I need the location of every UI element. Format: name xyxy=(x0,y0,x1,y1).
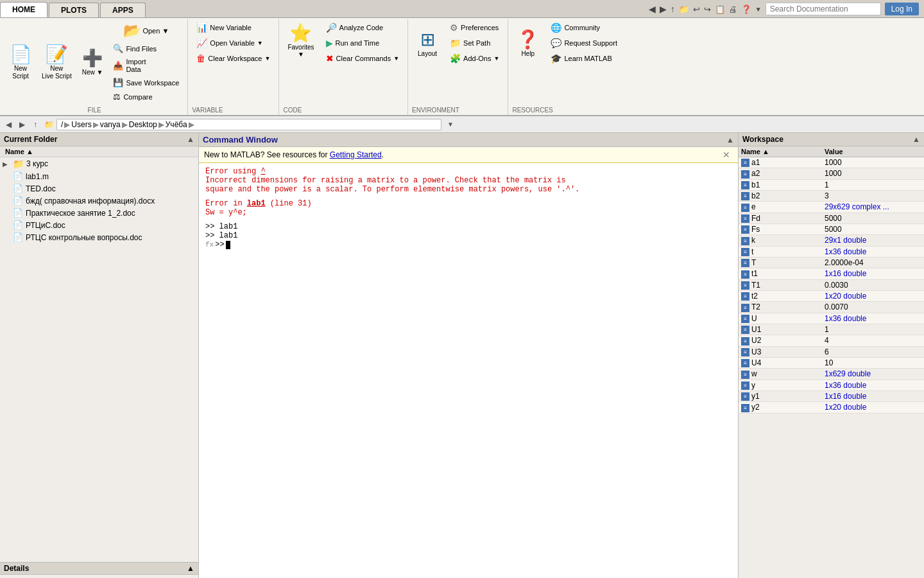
addr-up-btn[interactable]: ↑ xyxy=(30,119,41,130)
new-script-button[interactable]: 📄 NewScript xyxy=(5,21,36,103)
workspace-row[interactable]: ≡t 1x36 double xyxy=(739,246,924,257)
workspace-row[interactable]: ≡y1 1x16 double xyxy=(739,390,924,401)
addr-forward-btn[interactable]: ▶ xyxy=(16,119,28,130)
workspace-row[interactable]: ≡Fd 5000 xyxy=(739,213,924,223)
notice-close-btn[interactable]: ✕ xyxy=(720,150,733,160)
var-icon: ≡ xyxy=(741,259,749,267)
file-rtcs-kv[interactable]: 📄 РТЦС контрольные вопросы.doc xyxy=(0,231,198,243)
addr-dropdown-btn[interactable]: ▼ xyxy=(445,119,456,130)
getting-started-link[interactable]: Getting Started xyxy=(330,150,382,159)
workspace-row[interactable]: ≡b2 3 xyxy=(739,190,924,201)
open-button[interactable]: 📂 Open ▼ xyxy=(108,21,184,41)
nav-back-icon[interactable]: ◀ xyxy=(649,4,656,14)
clear-workspace-label: Clear Workspace xyxy=(208,55,262,62)
addr-browse-btn[interactable]: 📁 xyxy=(43,119,55,130)
preferences-button[interactable]: ⚙ Preferences xyxy=(445,21,504,35)
login-button[interactable]: Log In xyxy=(885,3,919,15)
help-button[interactable]: ❓ Help xyxy=(512,21,543,66)
prompt-line[interactable]: fx >> xyxy=(205,240,732,249)
nav-dropdown-icon[interactable]: ▼ xyxy=(755,6,762,13)
workspace-row[interactable]: ≡T2 0.0070 xyxy=(739,302,924,313)
analyze-code-button[interactable]: 🔎 Analyze Code xyxy=(321,21,404,35)
clear-commands-button[interactable]: ✖ Clear Commands ▼ xyxy=(321,51,404,66)
ws-col-value[interactable]: Value xyxy=(822,146,924,157)
workspace-row[interactable]: ≡U2 4 xyxy=(739,335,924,346)
workspace-row[interactable]: ≡U3 6 xyxy=(739,346,924,357)
file-rtcis[interactable]: 📄 РТЦиС.doc xyxy=(0,219,198,231)
folder-3kurs[interactable]: ▶ 📁 3 курс xyxy=(0,157,198,170)
new-button[interactable]: ➕ New ▼ xyxy=(78,21,108,103)
nav-browse-icon[interactable]: 📁 xyxy=(679,4,689,14)
tab-plots[interactable]: PLOTS xyxy=(49,3,99,17)
layout-button[interactable]: ⊞ Layout xyxy=(412,21,443,66)
workspace-row[interactable]: ≡U 1x36 double xyxy=(739,313,924,324)
file-ted[interactable]: 📄 TED.doc xyxy=(0,182,198,195)
file-prac[interactable]: 📄 Практическое занятие 1_2.doc xyxy=(0,207,198,219)
workspace-row[interactable]: ≡a2 1000 xyxy=(739,168,924,179)
cmd-expand-icon[interactable]: ▲ xyxy=(726,136,734,144)
request-support-button[interactable]: 💬 Request Support xyxy=(546,36,622,50)
import-data-button[interactable]: 📥 ImportData xyxy=(108,56,184,75)
ws-var-value: 1 xyxy=(822,324,924,335)
var-icon: ≡ xyxy=(741,337,749,346)
tab-apps[interactable]: APPS xyxy=(100,3,146,17)
path-desktop[interactable]: Desktop xyxy=(129,120,157,129)
details-collapse-icon[interactable]: ▲ xyxy=(187,564,194,573)
var-icon: ≡ xyxy=(741,371,749,379)
nav-docs-icon[interactable]: 📋 xyxy=(715,4,725,14)
nav-forward-icon[interactable]: ▶ xyxy=(660,4,667,14)
workspace-row[interactable]: ≡k 29x1 double xyxy=(739,235,924,246)
workspace-row[interactable]: ≡t2 1x20 double xyxy=(739,290,924,301)
workspace-row[interactable]: ≡b1 1 xyxy=(739,179,924,190)
addr-back-btn[interactable]: ◀ xyxy=(3,119,14,130)
workspace-row[interactable]: ≡y 1x36 double xyxy=(739,380,924,390)
command-body[interactable]: Error using ^ Incorrect dimensions for r… xyxy=(199,163,738,578)
workspace-row[interactable]: ≡t1 1x16 double xyxy=(739,268,924,279)
path-vanya[interactable]: vanya xyxy=(100,120,121,129)
community-button[interactable]: 🌐 Community xyxy=(546,21,622,35)
left-panel-expand-icon[interactable]: ▲ xyxy=(187,135,194,144)
save-workspace-button[interactable]: 💾 Save Workspace xyxy=(108,76,184,89)
nav-print-icon[interactable]: 🖨 xyxy=(729,4,737,14)
clear-workspace-button[interactable]: 🗑 Clear Workspace ▼ xyxy=(192,51,275,66)
search-input[interactable] xyxy=(766,3,881,15)
workspace-row[interactable]: ≡a1 1000 xyxy=(739,157,924,168)
new-live-script-button[interactable]: 📝 NewLive Script xyxy=(37,21,76,103)
workspace-row[interactable]: ≡U1 1 xyxy=(739,324,924,335)
open-variable-button[interactable]: 📈 Open Variable ▼ xyxy=(192,36,275,50)
workspace-expand-icon[interactable]: ▲ xyxy=(912,135,920,144)
workspace-row[interactable]: ≡e 29x629 complex ... xyxy=(739,202,924,213)
nav-prev-icon[interactable]: ↩ xyxy=(693,4,700,14)
path-folder[interactable]: Учёба xyxy=(166,120,187,129)
favorites-button[interactable]: ⭐ Favorites▼ xyxy=(283,21,318,60)
add-ons-button[interactable]: 🧩 Add-Ons ▼ xyxy=(445,51,504,66)
workspace-row[interactable]: ≡Fs 5000 xyxy=(739,223,924,234)
details-panel-header[interactable]: Details ▲ xyxy=(0,563,198,575)
clear-workspace-icon: 🗑 xyxy=(196,53,205,64)
compare-button[interactable]: ⚖ Compare xyxy=(108,90,184,103)
file-lab1m[interactable]: 📄 lab1.m xyxy=(0,170,198,182)
run-and-time-button[interactable]: ▶ Run and Time xyxy=(321,36,404,50)
workspace-row[interactable]: ≡U4 10 xyxy=(739,357,924,368)
nav-help-icon[interactable]: ❓ xyxy=(741,4,751,14)
learn-matlab-button[interactable]: 🎓 Learn MATLAB xyxy=(546,51,622,66)
folder-toggle[interactable]: ▶ xyxy=(3,161,10,168)
find-files-button[interactable]: 🔍 Find Files xyxy=(108,42,184,55)
set-path-button[interactable]: 📁 Set Path xyxy=(445,36,504,50)
tab-home[interactable]: HOME xyxy=(0,2,47,17)
workspace-row[interactable]: ≡T1 0.0030 xyxy=(739,279,924,290)
ws-var-name: ≡t2 xyxy=(739,290,822,301)
workspace-row[interactable]: ≡T 2.0000e-04 xyxy=(739,257,924,268)
clear-workspace-dropdown[interactable]: ▼ xyxy=(265,55,271,62)
ws-col-name[interactable]: Name ▲ xyxy=(739,146,822,157)
file-bjd[interactable]: 📄 бжд( справочная информация).docx xyxy=(0,195,198,207)
new-variable-button[interactable]: 📊 New Variable xyxy=(192,21,275,35)
workspace-scroll[interactable]: Name ▲ Value ≡a1 1000 ≡a2 1000 ≡b1 1 ≡b2… xyxy=(739,146,924,578)
open-variable-dropdown[interactable]: ▼ xyxy=(257,40,263,46)
path-users[interactable]: Users xyxy=(71,120,91,129)
workspace-row[interactable]: ≡w 1x629 double xyxy=(739,369,924,380)
workspace-row[interactable]: ≡y2 1x20 double xyxy=(739,402,924,413)
path-root[interactable]: / xyxy=(61,120,63,129)
nav-up-icon[interactable]: ↑ xyxy=(671,4,675,14)
nav-next-icon[interactable]: ↪ xyxy=(704,4,711,14)
